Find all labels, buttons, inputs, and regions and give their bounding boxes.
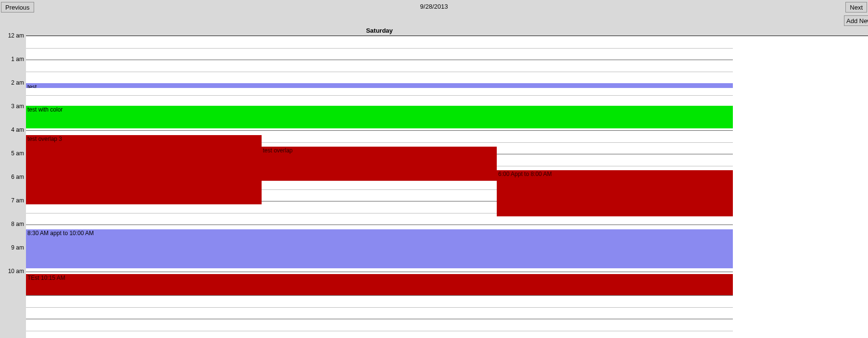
event-title: 6:00 Appt to 8:00 AM	[498, 171, 552, 177]
hour-line	[26, 319, 733, 319]
hour-label: 8 am	[11, 221, 24, 227]
hour-label: 12 am	[8, 32, 24, 39]
calendar-right-pad	[733, 36, 868, 338]
hour-label: 2 am	[11, 79, 24, 86]
half-hour-line	[26, 48, 733, 49]
calendar-event[interactable]: test with color	[26, 106, 733, 129]
second-bar: Add New	[0, 14, 868, 27]
half-hour-line	[26, 95, 733, 96]
event-title: test with color	[27, 106, 63, 113]
hour-label: 3 am	[11, 103, 24, 110]
half-hour-line	[26, 307, 733, 308]
hour-label: 7 am	[11, 197, 24, 204]
hour-label: 5 am	[11, 150, 24, 157]
calendar-event[interactable]: TEst 10:15 AM	[26, 274, 733, 295]
event-title: test overlap 3	[27, 136, 62, 142]
calendar-event[interactable]: test overlap 3	[26, 135, 262, 205]
event-title: test overlap	[263, 147, 293, 154]
calendar-event[interactable]: test overlap	[262, 147, 497, 181]
calendar: 12 am1 am2 am3 am4 am5 am6 am7 am8 am9 a…	[0, 27, 868, 338]
previous-button[interactable]: Previous	[1, 2, 34, 13]
top-bar: Previous 9/28/2013 Next	[0, 0, 868, 14]
hour-label: 10 am	[8, 268, 24, 275]
hour-label: 9 am	[11, 244, 24, 251]
event-title: test	[27, 84, 37, 88]
calendar-event[interactable]: 8:30 AM appt to 10:00 AM	[26, 229, 733, 268]
calendar-grid[interactable]: testtest with colortest overlap 3test ov…	[26, 36, 733, 338]
event-title: 8:30 AM appt to 10:00 AM	[27, 230, 94, 237]
hour-line	[26, 225, 733, 225]
hour-label: 4 am	[11, 126, 24, 133]
calendar-event[interactable]: test	[26, 83, 733, 88]
calendar-event[interactable]: 6:00 Appt to 8:00 AM	[497, 170, 733, 216]
day-header: Saturday	[26, 27, 733, 36]
current-date-label: 9/28/2013	[0, 3, 868, 10]
hour-line	[26, 295, 733, 296]
day-column: Saturday testtest with colortest overlap…	[26, 27, 733, 338]
add-new-button[interactable]: Add New	[844, 15, 868, 26]
hour-line	[26, 60, 733, 60]
next-button[interactable]: Next	[845, 2, 867, 13]
hour-label: 6 am	[11, 174, 24, 180]
time-gutter: 12 am1 am2 am3 am4 am5 am6 am7 am8 am9 a…	[0, 27, 26, 338]
event-title: TEst 10:15 AM	[27, 275, 65, 281]
hour-line	[26, 130, 733, 131]
hour-label: 1 am	[11, 56, 24, 63]
half-hour-line	[26, 72, 733, 72]
hour-line	[26, 272, 733, 272]
half-hour-line	[26, 331, 733, 331]
